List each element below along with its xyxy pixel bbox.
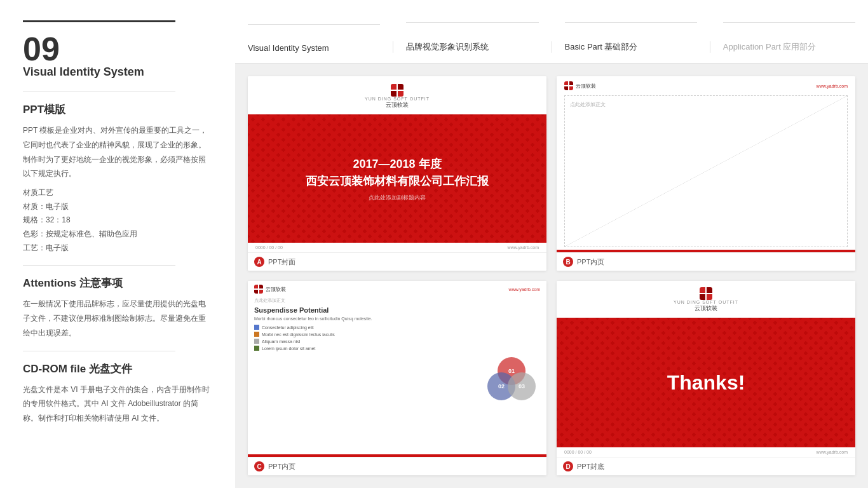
- slide-label-text-a: PPT封面: [268, 257, 295, 267]
- slide-card-b: 云顶软装 www.yadrb.com 点此处添加正文 B PPT内页: [557, 76, 855, 271]
- slide-c-chart-title: Suspendisse Potential: [254, 306, 478, 314]
- material-line-1: 规格：32：18: [23, 214, 212, 227]
- slide-label-letter-d: D: [563, 461, 573, 471]
- attentions-body-text: 在一般情况下使用品牌标志，应尽量使用提供的光盘电子文件，不建议使用标准制图绘制标…: [23, 297, 212, 340]
- slide-d-top: YUN DING SOFT OUTFIT 云顶软装: [557, 281, 855, 318]
- slide-cover-subtitle: 点此处添加副标题内容: [369, 194, 426, 202]
- section-title-ppt: PPT模版: [23, 102, 212, 117]
- slide-c-url: www.yadrb.com: [509, 287, 540, 292]
- slide-c-right: 01 02 03: [483, 306, 540, 452]
- slide-preview-d: YUN DING SOFT OUTFIT 云顶软装 Thanks! 0000 /…: [557, 281, 855, 457]
- legend-0: Consectetur adipiscing elit: [254, 325, 478, 330]
- slide-c-logo: 云顶软装: [254, 285, 286, 294]
- slide-b-logo: 云顶软装: [564, 81, 596, 90]
- material-line-2: 色彩：按规定标准色、辅助色应用: [23, 227, 212, 241]
- slide-label-d: D PPT封底: [557, 457, 855, 475]
- material-line-3: 工艺：电子版: [23, 241, 212, 255]
- nav-item-brand[interactable]: 品牌视觉形象识别系统: [393, 41, 551, 53]
- slide-a-middle: 2017—2018 年度 西安云顶装饰材料有限公司工作汇报 点此处添加副标题内容: [248, 114, 546, 243]
- logo-en-d: YUN DING SOFT OUTFIT: [674, 300, 738, 304]
- legend-box-2: [254, 339, 259, 344]
- slide-label-a: A PPT封面: [248, 252, 546, 271]
- venn-circle-03: 03: [508, 372, 536, 400]
- slide-d-bottom: 0000 / 00 / 00 www.yadrb.com: [557, 447, 855, 457]
- slide-a-url: www.yadrb.com: [508, 245, 539, 250]
- slide-card-d: YUN DING SOFT OUTFIT 云顶软装 Thanks! 0000 /…: [557, 281, 855, 475]
- slide-c-header: 云顶软装 www.yadrb.com: [248, 281, 546, 296]
- divider-2: [23, 265, 175, 266]
- nav-label-app: Application Part 应用部分: [723, 42, 817, 51]
- logo-icon-a: [391, 84, 403, 97]
- slide-label-text-d: PPT封底: [577, 462, 604, 471]
- nav-label-vis: Visual Identity System: [248, 43, 329, 53]
- slide-preview-c: 云顶软装 www.yadrb.com 点此处添加正文 Suspendisse P…: [248, 281, 546, 457]
- slide-preview-b: 云顶软装 www.yadrb.com 点此处添加正文: [557, 76, 855, 252]
- top-nav: Visual Identity System 品牌视觉形象识别系统 Basic …: [235, 0, 868, 64]
- legend-3: Lorem ipsum dolor sit amet: [254, 346, 478, 351]
- slide-a: YUN DING SOFT OUTFIT 云顶软装 2017—2018 年度 西…: [248, 76, 546, 252]
- legend-box-3: [254, 346, 259, 351]
- divider-3: [23, 351, 175, 351]
- slide-label-letter-a: A: [254, 257, 264, 267]
- slide-label-letter-b: B: [563, 257, 573, 267]
- legend-1: Morbi nec est dignissim lectus iaculis: [254, 332, 478, 337]
- legend-box-1: [254, 332, 259, 337]
- nav-item-app[interactable]: Application Part 应用部分: [710, 41, 868, 53]
- logo-en-a: YUN DING SOFT OUTFIT: [365, 97, 430, 101]
- nav-label-brand: 品牌视觉形象识别系统: [406, 42, 489, 51]
- slide-label-text-b: PPT内页: [577, 257, 604, 267]
- nav-item-vis[interactable]: Visual Identity System: [235, 43, 393, 53]
- page-title: Visual Identity System: [23, 65, 212, 79]
- slide-label-b: B PPT内页: [557, 252, 855, 271]
- section-title-attentions: Attentions 注意事项: [23, 276, 212, 290]
- logo-icon-b: [564, 81, 573, 90]
- section-title-cdrom: CD-ROM file 光盘文件: [23, 362, 212, 376]
- slide-c-text-placeholder: 点此处添加正文: [248, 296, 546, 305]
- slide-c: 云顶软装 www.yadrb.com 点此处添加正文 Suspendisse P…: [248, 281, 546, 457]
- slide-label-letter-c: C: [254, 461, 264, 471]
- slide-b-header: 云顶软装 www.yadrb.com: [557, 76, 855, 93]
- logo-zh-b: 云顶软装: [576, 83, 596, 90]
- logo-zh-d: 云顶软装: [695, 304, 717, 313]
- logo-icon-d: [700, 287, 712, 300]
- ppt-body-text: PPT 模板是企业对内、对外宣传的最重要的工具之一，它同时也代表了企业的精神风貌…: [23, 123, 212, 181]
- slide-cover-title: 2017—2018 年度 西安云顶装饰材料有限公司工作汇报: [306, 156, 489, 190]
- slide-c-body: Suspendisse Potential Morbi rhoncus cons…: [248, 305, 546, 454]
- legend-2: Aliquam massa nisl: [254, 339, 478, 344]
- slide-d: YUN DING SOFT OUTFIT 云顶软装 Thanks! 0000 /…: [557, 281, 855, 457]
- slide-c-chart-desc: Morbi rhoncus consectetur leo in sollici…: [254, 316, 478, 321]
- slide-b-bottom-bar: [557, 250, 855, 252]
- slide-b-placeholder: 点此处添加正文: [570, 101, 606, 108]
- slide-d-date: 0000 / 00 / 00: [564, 450, 592, 454]
- material-title: 材质工艺: [23, 186, 212, 200]
- sidebar: 09 Visual Identity System PPT模版 PPT 模板是企…: [0, 0, 235, 488]
- slide-b: 云顶软装 www.yadrb.com 点此处添加正文: [557, 76, 855, 252]
- divider-1: [23, 92, 175, 92]
- material-line-0: 材质：电子版: [23, 200, 212, 214]
- slide-d-url: www.yadrb.com: [817, 450, 848, 454]
- slide-c-bottom-bar: [248, 454, 546, 457]
- slide-b-content: 点此处添加正文: [564, 95, 848, 247]
- slide-card-c: 云顶软装 www.yadrb.com 点此处添加正文 Suspendisse P…: [248, 281, 546, 475]
- slide-a-date: 0000 / 00 / 00: [255, 245, 283, 250]
- venn-diagram: 01 02 03: [486, 357, 537, 402]
- slide-a-top: YUN DING SOFT OUTFIT 云顶软装: [248, 76, 546, 114]
- slide-label-c: C PPT内页: [248, 457, 546, 475]
- cdrom-body-text: 光盘文件是本 VI 手册电子文件的集合，内含手册制作时的专用软件格式。其中 AI…: [23, 383, 212, 426]
- slide-card-a: YUN DING SOFT OUTFIT 云顶软装 2017—2018 年度 西…: [248, 76, 546, 271]
- slide-a-bottom: 0000 / 00 / 00 www.yadrb.com: [248, 243, 546, 252]
- legend-box-0: [254, 325, 259, 330]
- nav-label-basic: Basic Part 基础部分: [565, 42, 638, 51]
- nav-item-basic[interactable]: Basic Part 基础部分: [552, 41, 710, 53]
- logo-zh-a: 云顶软装: [386, 101, 409, 109]
- logo-zh-c: 云顶软装: [266, 286, 286, 293]
- slide-b-url: www.yadrb.com: [817, 84, 848, 88]
- slide-d-middle: Thanks!: [557, 318, 855, 447]
- top-divider: [23, 20, 175, 22]
- main-content: YUN DING SOFT OUTFIT 云顶软装 2017—2018 年度 西…: [235, 64, 868, 488]
- slide-preview-a: YUN DING SOFT OUTFIT 云顶软装 2017—2018 年度 西…: [248, 76, 546, 252]
- thanks-text: Thanks!: [667, 371, 745, 395]
- logo-icon-c: [254, 285, 263, 294]
- slide-c-left: Suspendisse Potential Morbi rhoncus cons…: [254, 306, 478, 452]
- page-number: 09: [23, 32, 212, 65]
